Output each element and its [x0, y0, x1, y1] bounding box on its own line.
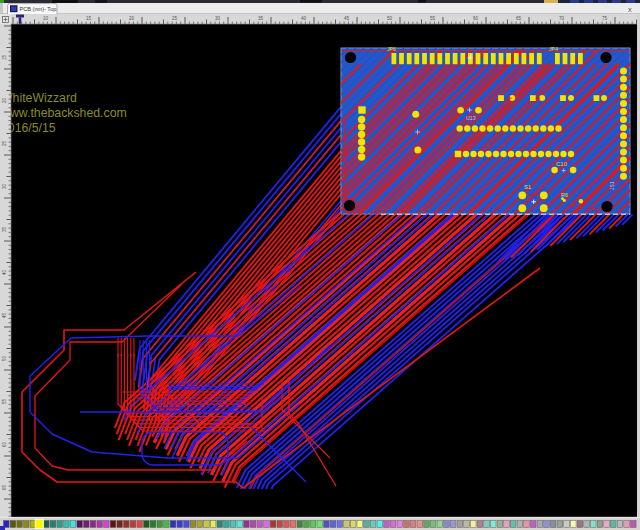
- svg-text:60: 60: [473, 16, 479, 21]
- svg-text:R6: R6: [561, 192, 568, 198]
- svg-text:30: 30: [2, 183, 7, 189]
- svg-text:65: 65: [516, 16, 522, 21]
- svg-text:35: 35: [2, 226, 7, 232]
- svg-text:25: 25: [172, 16, 178, 21]
- svg-text:60: 60: [2, 441, 7, 447]
- svg-text:WhiteWizzard: WhiteWizzard: [1, 91, 77, 105]
- svg-text:25: 25: [2, 140, 7, 146]
- svg-text:50: 50: [2, 355, 7, 361]
- svg-text:U13: U13: [466, 115, 476, 121]
- svg-text:JS1: JS1: [609, 181, 615, 190]
- svg-text:45: 45: [344, 16, 350, 21]
- svg-text:75: 75: [602, 16, 608, 21]
- svg-text:PCB (nm)- Top: PCB (nm)- Top: [20, 6, 57, 12]
- svg-text:JP4: JP4: [549, 46, 558, 52]
- svg-text:50: 50: [387, 16, 393, 21]
- svg-text:www.thebackshed.com: www.thebackshed.com: [0, 106, 127, 120]
- svg-text:10: 10: [43, 16, 49, 21]
- svg-text:JP6: JP6: [387, 46, 396, 52]
- svg-text:55: 55: [430, 16, 436, 21]
- svg-text:15: 15: [86, 16, 92, 21]
- svg-text:30: 30: [215, 16, 221, 21]
- svg-text:S1: S1: [524, 184, 532, 190]
- svg-text:20: 20: [2, 97, 7, 103]
- svg-text:65: 65: [2, 484, 7, 490]
- svg-text:40: 40: [2, 269, 7, 275]
- svg-text:x: x: [628, 5, 632, 14]
- svg-text:20: 20: [129, 16, 135, 21]
- svg-text:55: 55: [2, 398, 7, 404]
- svg-text:70: 70: [559, 16, 565, 21]
- svg-text:15: 15: [2, 54, 7, 60]
- svg-text:C10: C10: [556, 161, 568, 167]
- svg-text:40: 40: [301, 16, 307, 21]
- svg-text:35: 35: [258, 16, 264, 21]
- svg-text:45: 45: [2, 312, 7, 318]
